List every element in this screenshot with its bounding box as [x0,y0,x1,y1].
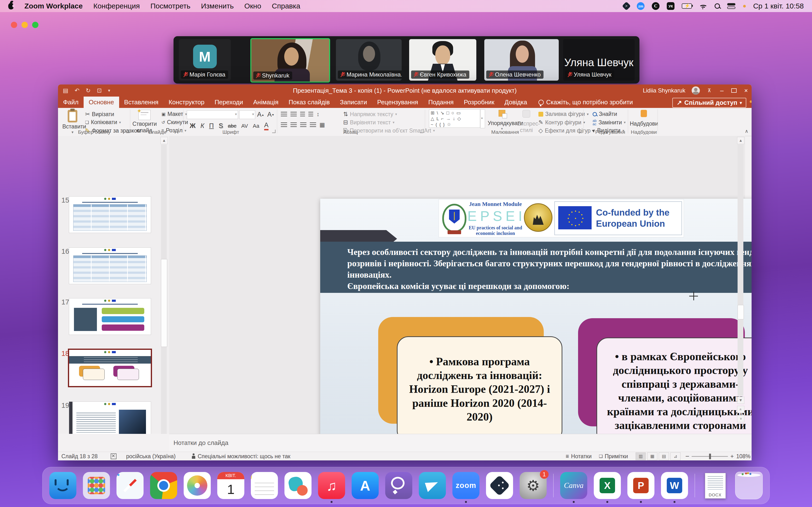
tab-insert[interactable]: Вставлення [119,97,164,108]
slide-scroll-track[interactable] [738,145,743,396]
dock-docx-document-icon[interactable]: DOCX [702,472,729,499]
dock-canva-icon[interactable]: Canva [560,472,587,499]
reset-button[interactable]: ↺Скинути [161,119,188,125]
zoom-status-icon[interactable]: zm [637,2,645,10]
minimize-button[interactable]: – [719,87,725,95]
dock-notes-icon[interactable] [251,472,278,499]
dock-word-icon[interactable]: W [661,472,688,499]
keyboard-layout-icon[interactable]: УК [667,2,674,10]
zoom-slider[interactable] [692,456,728,457]
dock-viber-icon[interactable] [385,472,412,499]
addins-button[interactable]: Надбудови [630,110,658,127]
shape-outline-button[interactable]: ✎Контур фігури▾ [539,119,585,126]
paragraph-dialog-launcher[interactable] [420,130,423,133]
account-name[interactable]: Lidiia Shynkaruk [643,87,686,94]
replace-button[interactable]: abacЗамінити▾ [593,119,626,126]
dock-launchpad-icon[interactable] [83,472,110,499]
dock-trash-icon[interactable] [735,472,763,499]
copy-button[interactable]: ❏Копіювати▾ [85,119,121,125]
tell-me-box[interactable]: Скажіть, що потрібно зробити [546,99,633,106]
slide-thumbnail-15[interactable] [69,196,151,233]
apple-icon[interactable] [8,3,14,9]
cut-button[interactable]: ✂Вирізати [85,111,114,118]
tab-review[interactable]: Рецензування [372,97,423,108]
align-center-icon[interactable] [291,122,297,127]
undo-icon[interactable]: ↶ [75,87,80,94]
slide-scroll-thumb[interactable] [738,305,744,320]
tab-design[interactable]: Конструктор [164,97,209,108]
dock-music-icon[interactable]: ♫ [318,472,345,499]
zoom-in-button[interactable]: + [730,453,734,460]
battery-icon[interactable]: ⚡ [682,3,692,9]
find-button[interactable]: Знайти [593,111,617,117]
strikethrough-button[interactable]: abc [228,123,236,129]
spotlight-icon[interactable] [715,3,720,9]
font-dialog-launcher[interactable] [272,130,275,133]
minimize-traffic-light[interactable] [21,22,28,28]
menu-item-edit[interactable]: Изменить [201,2,234,10]
shrink-font-button[interactable]: A▾ [267,111,274,118]
bold-button[interactable]: Ж [190,122,196,130]
character-spacing-button[interactable]: AV [241,123,248,129]
menu-app-name[interactable]: Zoom Workplace [24,2,83,10]
dock-share-app-icon[interactable] [486,472,513,499]
language-indicator[interactable]: російська (Україна) [126,452,176,460]
normal-view-button[interactable]: ▥ [636,452,646,460]
fullscreen-traffic-light[interactable] [32,22,39,28]
shapes-gallery[interactable]: ⊞ \ ↘ □ ○ ▭ △ L ⌐ → ↓ ◇ ~ ( { } ☆ [429,109,480,128]
wifi-icon[interactable] [699,3,707,9]
zoom-out-button[interactable]: − [686,452,689,460]
dock-telegram-icon[interactable] [419,472,446,499]
dock-calendar-icon[interactable]: КВІТ. 1 [217,472,244,499]
slide-thumbnail-18-selected[interactable] [68,349,152,387]
start-slideshow-icon[interactable]: ⊡ [97,87,102,94]
numbering-icon[interactable] [291,112,297,117]
purple-card[interactable]: • в рамках Європейського дослідницького … [597,338,752,444]
participant-tile-active[interactable]: Shynkaruk [250,38,330,82]
slide-thumbnail-17[interactable] [69,298,151,335]
participant-tile[interactable]: Уляна Шевчук Уляна Шевчук [563,39,635,80]
status-share-app-icon[interactable]: > [622,2,631,11]
restore-button[interactable] [731,89,737,93]
next-slide-button[interactable]: « [737,415,744,422]
redo-icon[interactable]: ↻ [86,87,91,94]
participant-tile[interactable]: M Марія Голєва [179,39,231,80]
previous-slide-button[interactable]: « [737,406,744,413]
notes-toggle[interactable]: ≣Нотатки [565,452,592,460]
comments-toggle[interactable]: ❑Примітки [599,452,628,460]
spellcheck-icon[interactable] [111,452,116,460]
italic-button[interactable]: К [200,122,204,130]
close-traffic-light[interactable] [11,22,17,28]
close-button[interactable]: × [743,87,749,95]
slide-scroll-up[interactable]: ▲ [737,137,744,144]
thumb-scroll-up[interactable]: ▲ [160,137,168,144]
dock-excel-icon[interactable]: X [594,472,621,499]
columns-icon[interactable]: ▦ [319,121,325,128]
slide-thumbnail-19[interactable] [69,401,151,434]
slide-sorter-view-button[interactable]: ▦ [647,452,657,460]
text-direction-button[interactable]: ⇅Напрямок тексту▾ [343,111,397,118]
dock-freeform-icon[interactable] [285,472,311,499]
decrease-indent-icon[interactable] [300,112,305,117]
tab-help[interactable]: Довідка [500,97,532,108]
menu-item-view[interactable]: Посмотреть [150,2,190,10]
arrange-button[interactable]: Упорядкувати ▾ [488,110,516,131]
underline-button[interactable]: П [209,122,214,130]
zoom-percentage[interactable]: 108% [736,453,750,460]
dock-settings-icon[interactable]: ⚙1 [520,472,547,499]
participant-tile[interactable]: Олена Шевченко [484,39,559,80]
menu-item-help[interactable]: Справка [272,2,300,10]
account-avatar[interactable] [692,87,700,95]
reading-view-button[interactable]: ▤ [659,452,669,460]
tab-file[interactable]: Файл [58,97,84,108]
align-text-button[interactable]: ⊟Вирівняти текст▾ [343,119,394,126]
menu-item-conference[interactable]: Конференция [93,2,140,10]
accessibility-status[interactable]: Спеціальні можливості: щось не так [191,452,291,460]
change-case-button[interactable]: Aa [253,123,259,129]
dock-appstore-icon[interactable]: A [352,472,379,499]
align-left-icon[interactable] [281,122,287,127]
control-center-icon[interactable] [727,3,736,9]
c-status-icon[interactable]: C [652,2,660,10]
thumb-scroll-thumb[interactable] [161,259,167,347]
dock-zoom-icon[interactable]: zoom [452,472,479,499]
